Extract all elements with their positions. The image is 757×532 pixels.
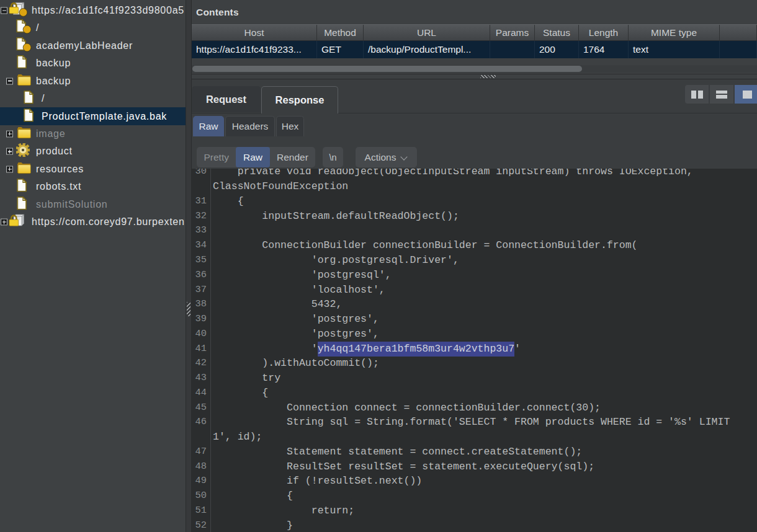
tree-item-label: / — [42, 93, 45, 104]
row-cell-status[interactable]: 200 — [535, 41, 579, 58]
gutter-separator — [210, 169, 211, 532]
layout-columns-button[interactable] — [685, 85, 709, 104]
code-line-48: 48 ResultSet resultSet = statement.execu… — [192, 459, 757, 474]
tree-item-icon — [16, 19, 32, 37]
file-icon — [24, 91, 34, 104]
row-cell-extra[interactable] — [720, 41, 757, 58]
contents-horizontal-scrollbar[interactable] — [192, 65, 757, 73]
tree-item-label: submitSolution — [36, 199, 107, 210]
tree-item-producttemplate-java-bak[interactable]: ProductTemplate.java.bak — [0, 107, 186, 125]
tree-item-image[interactable]: image — [0, 125, 186, 143]
tree-item-submitsolution[interactable]: submitSolution — [0, 196, 186, 213]
gear-icon — [16, 143, 30, 157]
column-header-url[interactable]: URL — [364, 25, 490, 40]
subtab-hex[interactable]: Hex — [276, 116, 304, 136]
code-text: Statement statement = connect.createStat… — [213, 445, 582, 459]
tree-item-icon — [17, 197, 27, 213]
expand-toggle-icon[interactable] — [6, 148, 13, 155]
tree-item-icon — [17, 179, 27, 195]
layout-rows-button[interactable] — [710, 85, 733, 104]
render-button[interactable]: Render — [270, 147, 316, 167]
row-cell-mime-type[interactable]: text — [629, 41, 720, 58]
burp-site-map-view: https://ac1d1fc41f9233d9800a5 / academyL… — [0, 0, 757, 532]
vertical-splitter-grip-icon[interactable] — [187, 302, 190, 316]
tab-request[interactable]: Request — [192, 86, 261, 112]
code-text: try — [213, 371, 280, 386]
column-header-extra[interactable] — [720, 25, 757, 40]
code-text: 'org.postgresql.Driver', — [213, 253, 459, 268]
tree-item-label: academyLabHeader — [36, 40, 133, 51]
subtab-headers[interactable]: Headers — [225, 116, 275, 136]
code-text: 'postgresql', — [213, 268, 392, 283]
code-line-35: 35 'org.postgresql.Driver', — [192, 253, 757, 268]
column-header-mime-type[interactable]: MIME type — [629, 25, 720, 40]
show-newlines-button[interactable]: \n — [323, 147, 343, 167]
tree-item-robots-txt[interactable]: robots.txt — [0, 178, 186, 195]
code-line-52: 52 } — [192, 518, 757, 532]
actions-button[interactable]: Actions — [356, 147, 417, 167]
code-line-49: 49 if (!resultSet.next()) — [192, 474, 757, 489]
raw-button[interactable]: Raw — [236, 147, 269, 167]
response-code-editor[interactable]: 30 private void readObject(ObjectInputSt… — [192, 169, 757, 532]
tree-item-backup[interactable]: backup — [0, 55, 186, 72]
tree-item-https-com-coreyd97-burpexten[interactable]: https://com.coreyd97.burpexten — [0, 213, 186, 231]
row-cell-method[interactable]: GET — [317, 41, 364, 58]
line-number: 45 — [192, 401, 207, 415]
expand-toggle-icon[interactable] — [1, 219, 7, 226]
code-text: private void readObject(ObjectInputStrea… — [213, 169, 693, 179]
column-header-length[interactable]: Length — [579, 25, 629, 40]
collapse-toggle-icon[interactable] — [1, 7, 7, 14]
row-cell-url[interactable]: /backup/ProductTempl... — [364, 41, 490, 58]
code-text: return; — [213, 503, 354, 518]
tree-item-[interactable]: / — [0, 19, 186, 37]
contents-horizontal-scrollbar-thumb[interactable] — [192, 66, 582, 72]
tree-item-academylabheader[interactable]: academyLabHeader — [0, 37, 186, 55]
line-number: 36 — [192, 268, 207, 283]
column-header-host[interactable]: Host — [192, 25, 317, 40]
code-text: 5432, — [213, 297, 342, 312]
tree-item-backup[interactable]: backup — [0, 72, 186, 89]
tree-item-https-ac1d1fc41f9233d9800a5[interactable]: https://ac1d1fc41f9233d9800a5 — [0, 2, 186, 19]
line-number: 41 — [192, 342, 207, 357]
code-line-42: 42 ).withAutoCommit(); — [192, 356, 757, 371]
tree-item-label: ProductTemplate.java.bak — [42, 111, 167, 122]
pretty-button[interactable]: Pretty — [197, 147, 236, 167]
vertical-splitter[interactable] — [186, 0, 192, 532]
folder-icon — [16, 73, 32, 87]
tree-item-icon — [16, 143, 30, 159]
tab-response[interactable]: Response — [261, 86, 338, 113]
horizontal-splitter[interactable] — [192, 74, 757, 79]
collapse-toggle-icon[interactable] — [6, 78, 13, 84]
row-cell-host[interactable]: https://ac1d1fc41f9233... — [192, 41, 317, 58]
row-cell-length[interactable]: 1764 — [579, 41, 629, 58]
row-cell-params[interactable] — [490, 41, 535, 58]
code-text: { — [213, 386, 268, 401]
line-number: 46 — [192, 415, 207, 430]
code-line-wrap: 1', id); — [192, 430, 757, 445]
line-number: 50 — [192, 489, 207, 503]
line-number: 38 — [192, 297, 207, 312]
expand-toggle-icon[interactable] — [6, 130, 13, 137]
layout-single-button[interactable] — [735, 85, 757, 104]
https-extension-host-icon — [9, 213, 26, 228]
code-line-41: 41 'yh4qq147bera1bfm58m3ur4w2vthp3u7' — [192, 342, 757, 357]
columns-layout-icon — [691, 91, 703, 99]
tree-item-product[interactable]: product — [0, 143, 186, 160]
contents-table-row[interactable]: https://ac1d1fc41f9233...GET/backup/Prod… — [192, 41, 757, 58]
tree-item-resources[interactable]: resources — [0, 161, 186, 178]
code-text: inputStream.defaultReadObject(); — [213, 209, 459, 224]
line-number: 51 — [192, 503, 207, 518]
column-header-status[interactable]: Status — [535, 25, 579, 40]
column-header-method[interactable]: Method — [317, 25, 364, 40]
subtab-raw[interactable]: Raw — [193, 116, 224, 136]
code-line-46: 46 String sql = String.format('SELECT * … — [192, 415, 757, 430]
code-line-43: 43 try — [192, 371, 757, 386]
horizontal-splitter-grip-icon[interactable] — [480, 75, 496, 78]
code-line-51: 51 return; — [192, 503, 757, 518]
tree-item-[interactable]: / — [0, 90, 186, 107]
rows-layout-icon — [716, 91, 727, 99]
line-number: 35 — [192, 253, 207, 268]
line-number: 44 — [192, 386, 207, 401]
column-header-params[interactable]: Params — [490, 25, 535, 40]
expand-toggle-icon[interactable] — [6, 166, 13, 172]
